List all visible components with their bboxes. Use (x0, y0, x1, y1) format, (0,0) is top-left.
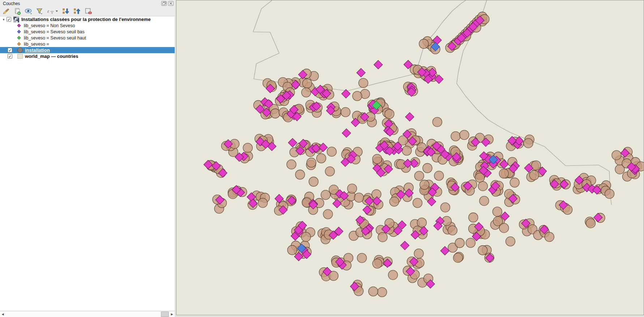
categorized-symbology-icon (13, 17, 19, 22)
map-svg (176, 0, 644, 315)
map-themes-eye-icon[interactable] (24, 7, 33, 15)
expression-filter-icon[interactable]: ε (47, 7, 59, 15)
scroll-left-icon[interactable]: ◀ (0, 312, 5, 317)
scroll-right-icon[interactable]: ▶ (169, 312, 175, 317)
map-canvas[interactable] (176, 0, 644, 315)
legend-item-seveso-seuil-bas[interactable]: lib_seveso = Seveso seuil bas (0, 29, 175, 35)
diamond-swatch-icon (17, 24, 21, 27)
float-panel-icon[interactable] (161, 1, 167, 6)
layer-row-installation[interactable]: ✓ installation (0, 47, 175, 53)
diamond-swatch-icon (17, 42, 21, 46)
styling-brush-icon[interactable] (2, 7, 10, 15)
legend-label: lib_seveso = Seveso seuil bas (24, 29, 85, 34)
add-group-icon[interactable] (13, 7, 22, 15)
layer-row-installations-classees[interactable]: ▾ ✓ Installations classées pour la prote… (0, 16, 175, 22)
remove-layer-icon[interactable] (84, 7, 93, 15)
collapse-all-icon[interactable] (73, 7, 81, 15)
layer-checkbox[interactable]: ✓ (7, 17, 11, 22)
legend-label: lib_seveso = (24, 42, 49, 47)
polygon-swatch-icon (17, 54, 23, 59)
legend-item-non-seveso[interactable]: lib_seveso = Non Seveso (0, 22, 175, 29)
circle-swatch-icon (17, 47, 23, 53)
layer-label: world_map — countries (25, 54, 78, 59)
layer-label: installation (25, 47, 50, 53)
scrollbar-thumb[interactable] (161, 312, 169, 317)
layer-checkbox[interactable]: ✓ (8, 48, 12, 52)
legend-item-seveso-seuil-haut[interactable]: lib_seveso = Seveso seuil haut (0, 35, 175, 41)
filter-legend-funnel-icon[interactable] (35, 7, 44, 15)
collapse-expander-icon[interactable]: ▾ (2, 18, 5, 21)
layer-checkbox[interactable]: ✓ (8, 54, 12, 59)
layers-panel-header: Couches (0, 0, 175, 7)
legend-item-seveso-empty[interactable]: lib_seveso = (0, 41, 175, 47)
layer-row-world-map[interactable]: ✓ world_map — countries (0, 53, 175, 59)
panel-title: Couches (3, 1, 20, 6)
diamond-swatch-icon (17, 36, 21, 39)
layers-toolbar: ε (0, 7, 175, 16)
close-panel-icon[interactable] (168, 1, 174, 6)
svg-text:ε: ε (47, 8, 50, 14)
diamond-swatch-icon (17, 30, 21, 33)
legend-label: lib_seveso = Seveso seuil haut (24, 35, 86, 41)
layer-label: Installations classées pour la protectio… (21, 17, 151, 22)
expand-all-icon[interactable] (61, 7, 70, 15)
below-map-strip (176, 315, 644, 317)
layer-tree: ▾ ✓ Installations classées pour la prote… (0, 16, 175, 311)
panel-horizontal-scrollbar[interactable]: ◀ ▶ (0, 311, 175, 317)
legend-label: lib_seveso = Non Seveso (24, 23, 75, 28)
layers-panel: Couches (0, 0, 175, 317)
